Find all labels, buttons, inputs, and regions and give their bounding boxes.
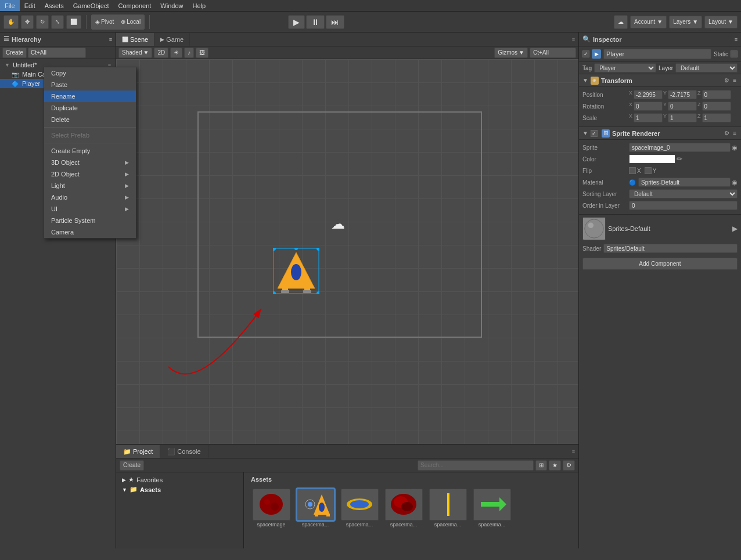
tab-game[interactable]: ▶ Game [154, 33, 190, 46]
pos-y-input[interactable] [668, 90, 697, 99]
scale-x-input[interactable] [634, 113, 663, 122]
image-btn[interactable]: 🖼 [196, 48, 208, 58]
asset-item-2[interactable]: spaceIma... [339, 489, 380, 528]
color-eyedropper-icon[interactable]: ✏ [677, 155, 682, 163]
gizmos-dropdown[interactable]: Gizmos ▼ [494, 48, 528, 58]
menu-file[interactable]: File [0, 0, 20, 11]
scale-y-input[interactable] [668, 113, 697, 122]
sprite-input[interactable] [629, 143, 731, 152]
step-button[interactable]: ⏭ [326, 15, 344, 29]
project-settings-btn[interactable]: ⚙ [563, 460, 575, 471]
ctx-particle-system[interactable]: Particle System [44, 215, 136, 226]
pos-y-label: Y [663, 90, 667, 99]
asset-item-4[interactable]: spaceIma... [427, 489, 468, 528]
sprite-renderer-header[interactable]: ▼ 🖼 Sprite Renderer ⚙ ≡ [579, 127, 741, 140]
scene-panel-options[interactable]: ≡ [572, 37, 578, 42]
ctx-delete[interactable]: Delete [44, 114, 136, 125]
obj-active-checkbox[interactable] [582, 50, 589, 57]
ctx-paste[interactable]: Paste [44, 79, 136, 91]
play-button[interactable]: ▶ [288, 15, 305, 29]
ctx-rename[interactable]: Rename [44, 91, 136, 102]
rot-x-input[interactable] [634, 102, 663, 111]
project-panel-options[interactable]: ≡ [572, 449, 578, 454]
flip-x-checkbox[interactable] [629, 167, 636, 174]
sprite-select-icon[interactable]: ◉ [732, 144, 738, 151]
project-create-btn[interactable]: Create [120, 460, 144, 471]
asset-item-3[interactable]: spaceIma... [383, 489, 424, 528]
tab-console[interactable]: ⬛ Console [160, 445, 208, 458]
obj-name-input[interactable] [603, 49, 711, 59]
pivot-button[interactable]: ◈ Pivot [92, 15, 117, 29]
menu-window[interactable]: Window [156, 0, 188, 11]
pos-x-input[interactable] [634, 90, 663, 99]
hierarchy-options-icon[interactable]: ≡ [109, 37, 112, 42]
ctx-light[interactable]: Light ▶ [44, 180, 136, 192]
hierarchy-create-button[interactable]: Create [2, 48, 27, 58]
menu-component[interactable]: Component [113, 0, 156, 11]
transform-header[interactable]: ▼ ⊕ Transform ⚙ ≡ [579, 74, 741, 87]
inspector-options-icon[interactable]: ≡ [735, 37, 738, 42]
shader-input[interactable] [603, 244, 738, 253]
material-expand-icon[interactable]: ▶ [732, 225, 738, 233]
material-input[interactable] [638, 178, 731, 187]
layers-dropdown[interactable]: Layers ▼ [669, 16, 702, 28]
favorites-section[interactable]: ▶ ★ Favorites [118, 475, 241, 485]
project-search-input[interactable] [418, 460, 534, 471]
sun-btn[interactable]: ☀ [170, 48, 182, 58]
rect-tool[interactable]: ⬜ [66, 15, 81, 29]
project-star-btn[interactable]: ★ [549, 460, 561, 471]
cloud-button[interactable]: ☁ [614, 15, 628, 29]
asset-item-5[interactable]: spaceIma... [472, 489, 512, 528]
menu-help[interactable]: Help [188, 0, 210, 11]
transform-menu-icon[interactable]: ≡ [732, 77, 738, 84]
tab-project[interactable]: 📁 Project [116, 445, 160, 458]
material-select-icon[interactable]: ◉ [732, 179, 738, 186]
sprite-renderer-menu-icon[interactable]: ≡ [732, 130, 738, 136]
tag-dropdown[interactable]: Player [594, 63, 656, 73]
color-picker[interactable] [629, 154, 675, 164]
scene-view[interactable]: ☁ [116, 59, 578, 444]
pos-z-input[interactable] [702, 90, 731, 99]
hand-tool[interactable]: ✋ [3, 15, 19, 29]
shaded-dropdown[interactable]: Shaded ▼ [118, 48, 152, 58]
sorting-layer-dropdown[interactable]: Default [629, 189, 738, 198]
pause-button[interactable]: ⏸ [306, 15, 325, 29]
sprite-renderer-settings-icon[interactable]: ⚙ [723, 130, 731, 136]
ctx-camera[interactable]: Camera [44, 226, 136, 238]
account-dropdown[interactable]: Account ▼ [630, 16, 667, 28]
order-in-layer-input[interactable] [629, 201, 738, 210]
menu-gameobject[interactable]: GameObject [69, 0, 114, 11]
transform-settings-icon[interactable]: ⚙ [723, 77, 731, 84]
add-component-button[interactable]: Add Component [582, 258, 738, 270]
hierarchy-search-input[interactable] [28, 48, 86, 58]
project-filter-btn[interactable]: ⊞ [535, 460, 547, 471]
ctx-2d-object[interactable]: 2D Object ▶ [44, 168, 136, 180]
rotate-tool[interactable]: ↻ [36, 15, 49, 29]
ctx-copy[interactable]: Copy [44, 67, 136, 79]
sprite-renderer-checkbox[interactable] [591, 130, 598, 137]
ctx-duplicate[interactable]: Duplicate [44, 102, 136, 114]
scene-search-input[interactable] [530, 48, 576, 58]
rot-z-input[interactable] [702, 102, 731, 111]
move-tool[interactable]: ✥ [21, 15, 34, 29]
asset-item-0[interactable]: spaceImage [251, 489, 292, 528]
menu-edit[interactable]: Edit [20, 0, 40, 11]
rot-y-input[interactable] [668, 102, 697, 111]
local-button[interactable]: ⊕ Local [117, 15, 144, 29]
ctx-ui[interactable]: UI ▶ [44, 203, 136, 215]
2d-toggle[interactable]: 2D [154, 48, 168, 58]
flip-y-checkbox[interactable] [645, 167, 652, 174]
menu-assets[interactable]: Assets [40, 0, 69, 11]
scale-tool[interactable]: ⤡ [51, 15, 64, 29]
ctx-audio[interactable]: Audio ▶ [44, 192, 136, 203]
audio-btn[interactable]: ♪ [184, 48, 194, 58]
tab-scene[interactable]: ⬜ Scene [116, 33, 154, 46]
asset-item-1[interactable]: spaceIma... [295, 489, 336, 528]
assets-section[interactable]: ▼ 📁 Assets [118, 485, 241, 494]
ctx-create-empty[interactable]: Create Empty [44, 145, 136, 157]
ctx-3d-object[interactable]: 3D Object ▶ [44, 157, 136, 168]
static-checkbox[interactable] [731, 50, 738, 57]
layer-dropdown[interactable]: Default [675, 63, 738, 73]
layout-dropdown[interactable]: Layout ▼ [704, 16, 738, 28]
scale-z-input[interactable] [702, 113, 731, 122]
